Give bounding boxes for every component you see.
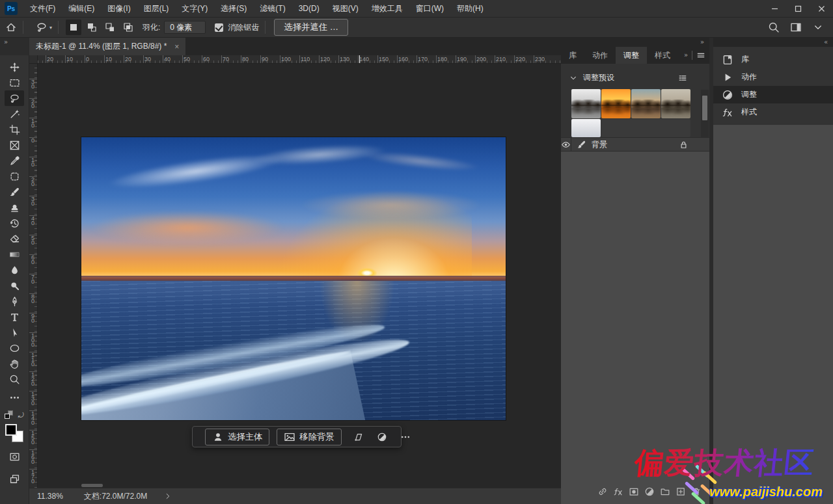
zoom-level-field[interactable]: 11.38%	[37, 492, 63, 501]
tool-move[interactable]	[5, 59, 24, 75]
panel-menu-icon[interactable]	[696, 51, 705, 60]
close-tab-icon[interactable]: ×	[174, 42, 179, 51]
tool-more[interactable]	[5, 390, 24, 405]
menu-item-文件(F)[interactable]: 文件(F)	[23, 0, 62, 18]
tool-hand[interactable]	[5, 356, 24, 371]
home-icon[interactable]	[5, 21, 17, 33]
menu-item-增效工具[interactable]: 增效工具	[365, 0, 409, 18]
swap-colors-icon[interactable]: ⤾	[18, 410, 24, 419]
new-selection-button[interactable]	[66, 20, 81, 35]
dock-button-样式[interactable]: 样式	[713, 103, 833, 121]
vertical-ruler[interactable]: 3 02 01 001 02 03 04 05 06 07 08 09 01 0…	[29, 64, 38, 488]
ruler-origin-corner[interactable]	[29, 55, 38, 64]
intersect-selection-button[interactable]	[120, 20, 136, 35]
remove-background-button[interactable]: 移除背景	[277, 429, 341, 445]
tool-healing[interactable]	[5, 168, 24, 184]
tool-quickmask[interactable]	[5, 449, 24, 464]
button-mask[interactable]	[629, 486, 639, 499]
tool-eraser[interactable]	[5, 231, 24, 246]
workspace-icon[interactable]	[790, 21, 802, 33]
close-icon[interactable]	[810, 0, 833, 18]
maximize-icon[interactable]	[786, 0, 810, 18]
panel-tab-调整[interactable]: 调整	[616, 47, 647, 64]
tool-clone-stamp[interactable]	[5, 200, 24, 215]
layer-name[interactable]: 背景	[592, 139, 679, 150]
dock-button-库[interactable]: 库	[713, 51, 833, 68]
subtract-selection-button[interactable]	[102, 20, 118, 35]
dock-button-调整[interactable]: 调整	[713, 86, 833, 103]
add-selection-button[interactable]	[84, 20, 100, 35]
chevron-right-icon[interactable]	[164, 492, 172, 500]
button-folder[interactable]	[660, 486, 670, 499]
menu-item-选择(S)[interactable]: 选择(S)	[214, 0, 253, 18]
adjustment-button[interactable]	[374, 429, 390, 445]
panel-scrollbar[interactable]	[701, 90, 709, 137]
tool-screenmode[interactable]	[5, 471, 24, 486]
panel-tab-库[interactable]: 库	[561, 47, 584, 64]
tool-zoom[interactable]	[5, 371, 24, 387]
tool-marquee[interactable]	[5, 75, 24, 90]
horizontal-ruler[interactable]: 2010010203040506070809010011012013014015…	[38, 55, 561, 64]
panel-tab-动作[interactable]: 动作	[584, 47, 616, 64]
tool-crop[interactable]	[5, 122, 24, 137]
horizontal-scrollbar-thumb[interactable]	[81, 484, 103, 487]
tool-gradient[interactable]	[5, 246, 24, 262]
menu-item-视图(V)[interactable]: 视图(V)	[326, 0, 365, 18]
menu-item-帮助(H)[interactable]: 帮助(H)	[450, 0, 490, 18]
panel-tab-样式[interactable]: 样式	[647, 47, 678, 64]
tool-brush[interactable]	[5, 184, 24, 200]
minimize-icon[interactable]	[763, 0, 786, 18]
menu-item-滤镜(T)[interactable]: 滤镜(T)	[253, 0, 292, 18]
search-icon[interactable]	[768, 21, 780, 33]
tool-object-select[interactable]	[5, 106, 24, 122]
toolbar-collapse[interactable]: »	[0, 38, 29, 55]
presets-header-row[interactable]: 调整预设	[569, 72, 687, 83]
button-fx[interactable]	[613, 486, 623, 499]
tool-blur[interactable]	[5, 262, 24, 278]
ps-logo-icon[interactable]: Ps	[5, 2, 18, 15]
preset-thumb-warm-muted[interactable]	[631, 89, 661, 118]
current-tool-picker[interactable]: ▾	[36, 21, 52, 33]
feather-input[interactable]: 0 像素	[164, 21, 206, 34]
dock-collapse[interactable]: »	[561, 38, 709, 47]
menu-item-图像(I)[interactable]: 图像(I)	[101, 0, 137, 18]
dock-collapse[interactable]: «	[713, 38, 833, 47]
tool-dodge[interactable]	[5, 278, 24, 293]
document-tab[interactable]: 未标题-1 @ 11.4% (图层 1, RGB/8#) * ×	[29, 38, 185, 55]
preset-thumb-light[interactable]	[571, 119, 601, 137]
chevron-down-icon[interactable]	[812, 21, 824, 33]
chevron-down-icon[interactable]	[569, 73, 578, 83]
menu-item-文字(Y)[interactable]: 文字(Y)	[175, 0, 214, 18]
tool-type[interactable]	[5, 309, 24, 325]
preset-thumb-vivid-sunset[interactable]	[601, 89, 631, 118]
dock-button-动作[interactable]: 动作	[713, 68, 833, 86]
select-and-mask-button[interactable]: 选择并遮住 …	[274, 19, 348, 36]
antialias-option[interactable]: 消除锯齿	[215, 22, 259, 33]
more-button[interactable]	[397, 429, 414, 445]
layer-row-background[interactable]: 背景	[561, 137, 709, 152]
foreground-color-swatch[interactable]	[5, 424, 17, 436]
mini-color-controls[interactable]: ⤾	[3, 410, 25, 421]
list-view-icon[interactable]	[678, 73, 687, 83]
tool-history-brush[interactable]	[5, 215, 24, 231]
preset-thumb-black-white[interactable]	[571, 89, 601, 118]
document-image[interactable]	[81, 137, 506, 420]
button-adjustment[interactable]	[644, 486, 655, 499]
panel-scrollbar-thumb[interactable]	[702, 96, 707, 120]
button-link[interactable]	[597, 486, 608, 499]
menu-item-图层(L)[interactable]: 图层(L)	[137, 0, 176, 18]
menu-item-窗口(W)[interactable]: 窗口(W)	[409, 0, 450, 18]
antialias-checkbox[interactable]	[215, 23, 223, 32]
tool-pen[interactable]	[5, 293, 24, 309]
tool-frame[interactable]	[5, 137, 24, 153]
menu-item-编辑(E)[interactable]: 编辑(E)	[62, 0, 101, 18]
preset-thumb-desaturated[interactable]	[661, 89, 690, 118]
tool-path-select[interactable]	[5, 325, 24, 340]
tool-eyedropper[interactable]	[5, 153, 24, 168]
tool-shape[interactable]	[5, 340, 24, 356]
select-subject-button[interactable]: 选择主体	[205, 429, 269, 445]
canvas-area[interactable]: 选择主体 移除背景	[38, 64, 561, 488]
transform-button[interactable]	[350, 429, 367, 445]
eye-icon[interactable]	[561, 140, 571, 150]
chevrons-right-icon[interactable]: »	[684, 52, 688, 59]
